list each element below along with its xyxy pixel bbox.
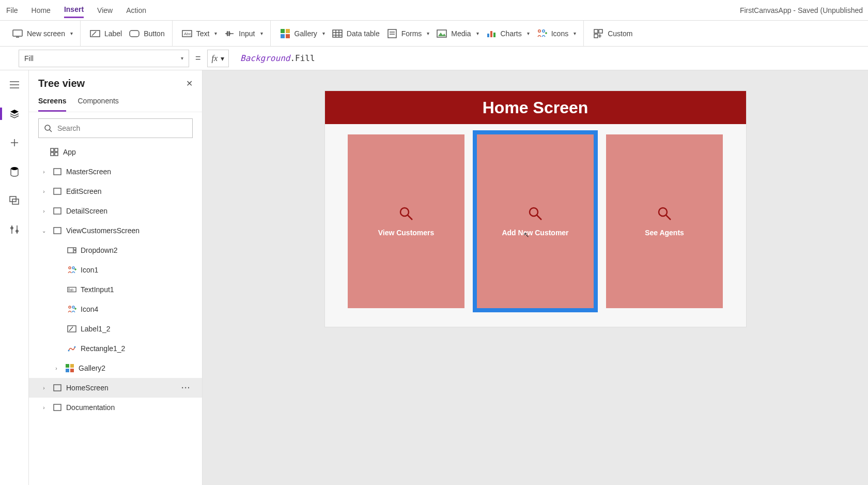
expand-arrow-icon[interactable]: › xyxy=(39,169,49,175)
chevron-down-icon: ▾ xyxy=(574,31,576,36)
svg-line-88 xyxy=(666,215,671,220)
svg-rect-20 xyxy=(388,29,396,38)
tree-view-panel: Tree view ✕ Screens Components App xyxy=(29,70,203,485)
search-box[interactable] xyxy=(38,118,193,138)
menu-home[interactable]: Home xyxy=(32,3,51,18)
insert-label-button[interactable]: Label xyxy=(90,28,122,39)
tools-pane-button[interactable] xyxy=(7,222,22,237)
node-type-icon xyxy=(67,265,76,275)
cursor-icon: ↖ xyxy=(523,231,530,239)
expand-arrow-icon[interactable]: › xyxy=(52,366,61,371)
svg-text:ab: ab xyxy=(70,288,74,292)
menu-bar: File Home Insert View Action FirstCanvas… xyxy=(0,0,868,21)
svg-line-84 xyxy=(408,215,412,220)
tree-node[interactable]: ⌄ViewCustomersScreen xyxy=(29,221,202,240)
svg-rect-57 xyxy=(54,188,61,194)
canvas-area[interactable]: Home Screen View CustomersAdd New Custom… xyxy=(203,70,868,485)
property-select-value: Fill xyxy=(24,54,34,63)
datatable-icon xyxy=(332,28,343,39)
menu-file[interactable]: File xyxy=(6,3,18,18)
property-select[interactable]: Fill ▾ xyxy=(19,50,189,67)
app-title: FirstCanvasApp - Saved (Unpublished xyxy=(740,6,863,14)
card-body: Add New Customer↖ xyxy=(477,134,594,308)
card-label: Add New Customer xyxy=(502,229,568,237)
insert-forms-button[interactable]: Forms ▾ xyxy=(387,28,430,39)
svg-point-83 xyxy=(400,208,409,216)
tree-node[interactable]: ›EditScreen xyxy=(29,181,202,201)
insert-media-button[interactable]: Media ▾ xyxy=(437,28,478,39)
canvas-card[interactable]: View Customers xyxy=(348,134,464,308)
formula-input[interactable]: Background.Fill xyxy=(235,50,858,67)
search-input[interactable] xyxy=(57,124,187,132)
node-type-icon xyxy=(53,403,62,412)
close-panel-button[interactable]: ✕ xyxy=(186,79,193,88)
expand-arrow-icon[interactable]: › xyxy=(39,208,49,214)
svg-point-50 xyxy=(45,125,50,130)
tree-app-node[interactable]: App xyxy=(29,142,202,162)
canvas-card[interactable]: Add New Customer↖ xyxy=(477,134,594,308)
insert-text-button[interactable]: Abc Text ▾ xyxy=(182,28,218,39)
tree-node[interactable]: ›DetailScreen xyxy=(29,201,202,221)
insert-datatable-text: Data table xyxy=(347,29,380,38)
expand-arrow-icon[interactable]: › xyxy=(39,385,49,391)
tree-node[interactable]: ›MasterScreen xyxy=(29,162,202,181)
insert-pane-button[interactable] xyxy=(7,135,22,150)
new-screen-button[interactable]: New screen ▾ xyxy=(12,28,73,39)
new-screen-label: New screen xyxy=(27,29,65,38)
svg-rect-77 xyxy=(66,364,69,368)
insert-charts-button[interactable]: Charts ▾ xyxy=(486,28,530,39)
search-icon xyxy=(44,124,52,132)
insert-button-button[interactable]: Button xyxy=(129,28,164,39)
more-options-button[interactable]: ··· xyxy=(181,384,197,392)
formula-token-object: Background xyxy=(240,53,290,63)
insert-icons-button[interactable]: Icons ▾ xyxy=(537,28,576,39)
tree-node[interactable]: Dropdown2 xyxy=(29,240,202,260)
insert-text-text: Text xyxy=(196,29,210,38)
svg-rect-11 xyxy=(281,29,285,33)
tab-components[interactable]: Components xyxy=(78,93,118,112)
node-type-icon xyxy=(67,305,76,314)
insert-custom-button[interactable]: Custom xyxy=(593,28,632,39)
tree-node[interactable]: ›Gallery2 xyxy=(29,358,202,378)
expand-arrow-icon[interactable]: ⌄ xyxy=(39,228,49,234)
svg-rect-27 xyxy=(493,33,495,37)
svg-point-29 xyxy=(542,29,545,32)
tree-node-label: MasterScreen xyxy=(66,168,111,176)
tree-node[interactable]: Icon1 xyxy=(29,260,202,280)
screen-header[interactable]: Home Screen xyxy=(325,91,746,124)
app-icon xyxy=(50,147,59,157)
media-pane-button[interactable] xyxy=(7,193,22,208)
tree-node[interactable]: Label1_2 xyxy=(29,319,202,339)
input-icon xyxy=(224,28,235,39)
menu-insert[interactable]: Insert xyxy=(64,2,84,18)
hamburger-button[interactable] xyxy=(7,78,22,92)
tree-node-label: HomeScreen xyxy=(66,384,109,392)
screen-body: View CustomersAdd New Customer↖See Agent… xyxy=(325,124,746,327)
node-type-icon: ab xyxy=(67,285,76,294)
tree-node[interactable]: ›Documentation xyxy=(29,398,202,417)
svg-rect-0 xyxy=(13,30,22,36)
tree-node[interactable]: ›HomeScreen··· xyxy=(29,378,202,398)
tree-node[interactable]: abTextInput1 xyxy=(29,280,202,299)
tree-view-title: Tree view xyxy=(38,78,85,89)
insert-datatable-button[interactable]: Data table xyxy=(332,28,380,39)
menu-view[interactable]: View xyxy=(97,3,113,18)
fx-button[interactable]: fx ▾ xyxy=(207,50,229,67)
tree-node[interactable]: Rectangle1_2 xyxy=(29,339,202,358)
insert-gallery-button[interactable]: Gallery ▾ xyxy=(280,28,325,39)
expand-arrow-icon[interactable]: › xyxy=(39,405,49,411)
data-pane-button[interactable] xyxy=(7,164,22,179)
menu-action[interactable]: Action xyxy=(126,3,146,18)
svg-marker-24 xyxy=(438,33,446,36)
tree-app-label: App xyxy=(63,148,76,156)
tree-node[interactable]: Icon4 xyxy=(29,299,202,319)
svg-line-3 xyxy=(92,32,96,36)
insert-input-button[interactable]: Input ▾ xyxy=(224,28,262,39)
tab-screens[interactable]: Screens xyxy=(38,93,66,112)
expand-arrow-icon[interactable]: › xyxy=(39,189,49,194)
tree-list: App ›MasterScreen›EditScreen›DetailScree… xyxy=(29,140,202,485)
canvas-card[interactable]: See Agents xyxy=(606,134,723,308)
node-type-icon xyxy=(67,246,76,255)
svg-rect-33 xyxy=(599,29,602,33)
tree-view-button[interactable] xyxy=(7,107,22,121)
